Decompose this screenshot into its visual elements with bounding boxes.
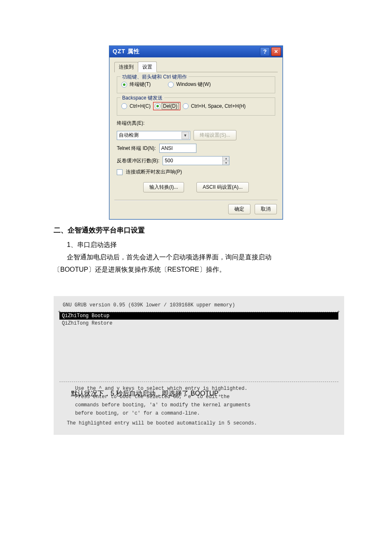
- ok-button[interactable]: 确定: [228, 204, 250, 214]
- tab-strip: 连接到 设置: [114, 62, 278, 72]
- grub-hint-3: commands before booting, 'a' to modify t…: [59, 401, 339, 409]
- close-button[interactable]: [271, 47, 281, 56]
- grub-entry-restore[interactable]: QiZhiTong Restore: [59, 320, 338, 327]
- radio-ctrlh-label: Ctrl+H(C): [130, 103, 151, 109]
- telnet-id-input[interactable]: ANSI: [159, 144, 196, 153]
- grub-hint-2: Press enter to boot the selected OS, 'e'…: [59, 393, 339, 401]
- ascii-settings-button[interactable]: ASCII 码设置(A)...: [196, 182, 249, 192]
- grub-header: GNU GRUB version 0.95 (639K lower / 1039…: [59, 300, 339, 311]
- grub-screenshot: GNU GRUB version 0.95 (639K lower / 1039…: [54, 296, 344, 435]
- doc-paragraph-line2: 〔BOOTUP〕还是进展恢复操作系统〔RESTORE〕操作。: [54, 264, 338, 275]
- radio-terminal-keys[interactable]: [121, 82, 127, 88]
- doc-paragraph-line1: 企智通加电启动后，首先会进入一个启动项选择界面，询问是直接启动: [54, 251, 338, 263]
- group-function-keys: 功能键、箭头键和 Ctrl 键用作 终端键(T) Windows 键(W): [117, 76, 275, 93]
- input-translate-button[interactable]: 输入转换(I)...: [143, 182, 184, 192]
- titlebar: QZT 属性 ?: [109, 46, 283, 57]
- radio-terminal-keys-label: 终端键(T): [130, 81, 151, 88]
- grub-hint-4: before booting, or 'c' for a command-lin…: [59, 409, 339, 417]
- radio-ctrlh-space[interactable]: [183, 103, 189, 109]
- group-backspace-legend: Backspace 键发送: [120, 95, 164, 102]
- sound-checkbox[interactable]: [117, 169, 123, 175]
- section-heading: 二、企智通效劳平台串口设置: [54, 225, 338, 235]
- tab-settings[interactable]: 设置: [138, 62, 157, 72]
- scrollback-label: 反卷缓冲区行数(B):: [117, 157, 159, 164]
- dialog-title: QZT 属性: [113, 48, 140, 55]
- group-function-keys-legend: 功能键、箭头键和 Ctrl 键用作: [120, 74, 189, 81]
- radio-ctrlh-space-label: Ctrl+H, Space, Ctrl+H(H): [191, 103, 246, 109]
- chevron-down-icon: ▼: [182, 132, 189, 139]
- emulation-label: 终端仿真(E):: [117, 120, 144, 127]
- sound-checkbox-label: 连接或断开时发出声响(P): [126, 168, 182, 176]
- emulation-select[interactable]: 自动检测 ▼: [117, 131, 190, 140]
- grub-auto-boot: The highlighted entry will be booted aut…: [59, 417, 339, 427]
- doc-subheading-1: 1、串口启动选择: [54, 239, 338, 251]
- radio-windows-keys-label: Windows 键(W): [176, 81, 210, 88]
- del-option-highlight: Del(D): [153, 102, 180, 110]
- help-button[interactable]: ?: [260, 47, 270, 56]
- tab-connect[interactable]: 连接到: [114, 62, 138, 72]
- emulation-select-value: 自动检测: [119, 132, 139, 139]
- telnet-id-label: Telnet 终端 ID(N):: [117, 145, 156, 152]
- scrollback-spinner[interactable]: 500 ▲▼: [163, 156, 229, 165]
- spinner-arrows[interactable]: ▲▼: [222, 157, 229, 165]
- qzt-properties-dialog: QZT 属性 ? 连接到 设置 功能键、箭头键和 Ctrl 键用作 终端键(T)…: [109, 45, 283, 220]
- grub-hint-1: Use the ^ and v keys to select which ent…: [59, 384, 339, 393]
- radio-del-label: Del(D): [162, 103, 179, 109]
- terminal-settings-button[interactable]: 终端设置(S)...: [194, 130, 236, 140]
- radio-del[interactable]: [155, 103, 161, 109]
- grub-entry-bootup[interactable]: QiZhiTong Bootup: [59, 312, 338, 320]
- radio-ctrlh[interactable]: [121, 103, 127, 109]
- radio-windows-keys[interactable]: [168, 82, 174, 88]
- grub-menu-box: QiZhiTong Bootup QiZhiTong Restore: [59, 312, 338, 382]
- cancel-button[interactable]: 取消: [255, 204, 277, 214]
- group-backspace: Backspace 键发送 Ctrl+H(C) Del(D) Ctrl+H, S…: [117, 97, 275, 116]
